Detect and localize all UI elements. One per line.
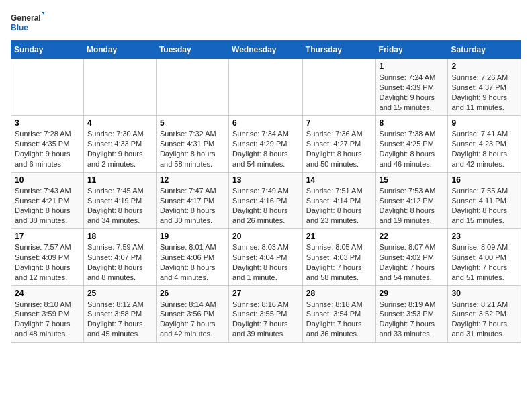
day-number: 30 — [451, 289, 517, 298]
day-number: 11 — [87, 175, 152, 185]
day-cell: 27Sunrise: 8:16 AM Sunset: 3:55 PM Dayli… — [229, 285, 303, 342]
day-number: 10 — [15, 175, 80, 185]
week-row-5: 24Sunrise: 8:10 AM Sunset: 3:59 PM Dayli… — [11, 285, 521, 342]
day-cell: 7Sunrise: 7:36 AM Sunset: 4:27 PM Daylig… — [302, 116, 375, 172]
day-number: 24 — [15, 289, 80, 298]
day-cell: 2Sunrise: 7:26 AM Sunset: 4:37 PM Daylig… — [448, 59, 521, 116]
day-cell: 12Sunrise: 7:47 AM Sunset: 4:17 PM Dayli… — [156, 172, 228, 228]
day-cell: 28Sunrise: 8:18 AM Sunset: 3:54 PM Dayli… — [302, 285, 375, 342]
header-day-saturday: Saturday — [448, 41, 521, 59]
day-info: Sunrise: 7:59 AM Sunset: 4:07 PM Dayligh… — [87, 242, 152, 282]
day-info: Sunrise: 8:21 AM Sunset: 3:52 PM Dayligh… — [451, 300, 517, 339]
day-number: 14 — [306, 175, 372, 185]
day-number: 18 — [87, 232, 152, 241]
day-number: 25 — [87, 289, 152, 298]
day-number: 4 — [87, 118, 152, 128]
day-number: 3 — [15, 118, 80, 128]
day-info: Sunrise: 7:34 AM Sunset: 4:29 PM Dayligh… — [232, 129, 299, 169]
day-number: 22 — [380, 232, 445, 241]
day-number: 6 — [232, 118, 299, 128]
week-row-4: 17Sunrise: 7:57 AM Sunset: 4:09 PM Dayli… — [11, 229, 521, 285]
day-info: Sunrise: 7:57 AM Sunset: 4:09 PM Dayligh… — [15, 242, 80, 282]
day-info: Sunrise: 8:09 AM Sunset: 4:00 PM Dayligh… — [451, 242, 517, 282]
day-info: Sunrise: 8:01 AM Sunset: 4:06 PM Dayligh… — [160, 242, 225, 282]
header-day-tuesday: Tuesday — [156, 41, 228, 59]
day-cell — [156, 59, 228, 116]
day-cell: 14Sunrise: 7:51 AM Sunset: 4:14 PM Dayli… — [302, 172, 375, 228]
day-info: Sunrise: 7:51 AM Sunset: 4:14 PM Dayligh… — [306, 186, 372, 226]
day-number: 21 — [306, 232, 372, 241]
day-cell: 23Sunrise: 8:09 AM Sunset: 4:00 PM Dayli… — [448, 229, 521, 285]
calendar-header-row: SundayMondayTuesdayWednesdayThursdayFrid… — [11, 41, 521, 59]
day-number: 5 — [160, 118, 225, 128]
day-cell: 15Sunrise: 7:53 AM Sunset: 4:12 PM Dayli… — [375, 172, 448, 228]
day-cell: 20Sunrise: 8:03 AM Sunset: 4:04 PM Dayli… — [229, 229, 303, 285]
svg-text:Blue: Blue — [11, 23, 28, 32]
day-cell: 30Sunrise: 8:21 AM Sunset: 3:52 PM Dayli… — [448, 285, 521, 342]
day-cell — [229, 59, 303, 116]
day-cell: 8Sunrise: 7:38 AM Sunset: 4:25 PM Daylig… — [375, 116, 448, 172]
day-cell: 17Sunrise: 7:57 AM Sunset: 4:09 PM Dayli… — [11, 229, 84, 285]
day-cell: 24Sunrise: 8:10 AM Sunset: 3:59 PM Dayli… — [11, 285, 84, 342]
svg-text:General: General — [11, 13, 41, 23]
day-info: Sunrise: 7:24 AM Sunset: 4:39 PM Dayligh… — [380, 73, 445, 112]
day-number: 12 — [160, 175, 225, 185]
day-info: Sunrise: 8:16 AM Sunset: 3:55 PM Dayligh… — [232, 300, 299, 339]
day-number: 13 — [232, 175, 299, 185]
day-cell: 10Sunrise: 7:43 AM Sunset: 4:21 PM Dayli… — [11, 172, 84, 228]
day-cell: 13Sunrise: 7:49 AM Sunset: 4:16 PM Dayli… — [229, 172, 303, 228]
day-info: Sunrise: 7:41 AM Sunset: 4:23 PM Dayligh… — [451, 129, 517, 169]
day-info: Sunrise: 8:05 AM Sunset: 4:03 PM Dayligh… — [306, 242, 372, 282]
day-number: 23 — [451, 232, 517, 241]
day-info: Sunrise: 8:03 AM Sunset: 4:04 PM Dayligh… — [232, 242, 299, 282]
day-number: 9 — [451, 118, 517, 128]
day-cell: 5Sunrise: 7:32 AM Sunset: 4:31 PM Daylig… — [156, 116, 228, 172]
week-row-2: 3Sunrise: 7:28 AM Sunset: 4:35 PM Daylig… — [11, 116, 521, 172]
day-number: 8 — [380, 118, 445, 128]
day-info: Sunrise: 7:47 AM Sunset: 4:17 PM Dayligh… — [160, 186, 225, 226]
calendar-table: SundayMondayTuesdayWednesdayThursdayFrid… — [11, 40, 521, 342]
header-day-wednesday: Wednesday — [229, 41, 303, 59]
day-info: Sunrise: 8:18 AM Sunset: 3:54 PM Dayligh… — [306, 300, 372, 339]
day-cell: 22Sunrise: 8:07 AM Sunset: 4:02 PM Dayli… — [375, 229, 448, 285]
day-cell: 6Sunrise: 7:34 AM Sunset: 4:29 PM Daylig… — [229, 116, 303, 172]
day-cell — [83, 59, 156, 116]
day-info: Sunrise: 7:28 AM Sunset: 4:35 PM Dayligh… — [15, 129, 80, 169]
day-cell: 16Sunrise: 7:55 AM Sunset: 4:11 PM Dayli… — [448, 172, 521, 228]
svg-marker-2 — [42, 12, 44, 19]
week-row-1: 1Sunrise: 7:24 AM Sunset: 4:39 PM Daylig… — [11, 59, 521, 116]
day-cell: 1Sunrise: 7:24 AM Sunset: 4:39 PM Daylig… — [375, 59, 448, 116]
day-number: 2 — [451, 62, 517, 71]
day-info: Sunrise: 7:53 AM Sunset: 4:12 PM Dayligh… — [380, 186, 445, 226]
day-info: Sunrise: 7:49 AM Sunset: 4:16 PM Dayligh… — [232, 186, 299, 226]
day-info: Sunrise: 7:36 AM Sunset: 4:27 PM Dayligh… — [306, 129, 372, 169]
day-info: Sunrise: 7:26 AM Sunset: 4:37 PM Dayligh… — [451, 73, 517, 112]
day-cell: 21Sunrise: 8:05 AM Sunset: 4:03 PM Dayli… — [302, 229, 375, 285]
day-number: 29 — [380, 289, 445, 298]
day-cell: 29Sunrise: 8:19 AM Sunset: 3:53 PM Dayli… — [375, 285, 448, 342]
day-info: Sunrise: 7:55 AM Sunset: 4:11 PM Dayligh… — [451, 186, 517, 226]
day-cell: 11Sunrise: 7:45 AM Sunset: 4:19 PM Dayli… — [83, 172, 156, 228]
day-number: 1 — [380, 62, 445, 71]
logo-svg: General Blue — [11, 11, 44, 35]
day-cell: 19Sunrise: 8:01 AM Sunset: 4:06 PM Dayli… — [156, 229, 228, 285]
day-cell: 9Sunrise: 7:41 AM Sunset: 4:23 PM Daylig… — [448, 116, 521, 172]
day-info: Sunrise: 7:43 AM Sunset: 4:21 PM Dayligh… — [15, 186, 80, 226]
day-cell: 4Sunrise: 7:30 AM Sunset: 4:33 PM Daylig… — [83, 116, 156, 172]
day-number: 16 — [451, 175, 517, 185]
day-info: Sunrise: 8:12 AM Sunset: 3:58 PM Dayligh… — [87, 300, 152, 339]
day-cell: 25Sunrise: 8:12 AM Sunset: 3:58 PM Dayli… — [83, 285, 156, 342]
day-number: 17 — [15, 232, 80, 241]
day-info: Sunrise: 7:30 AM Sunset: 4:33 PM Dayligh… — [87, 129, 152, 169]
day-info: Sunrise: 7:32 AM Sunset: 4:31 PM Dayligh… — [160, 129, 225, 169]
day-info: Sunrise: 8:07 AM Sunset: 4:02 PM Dayligh… — [380, 242, 445, 282]
day-cell — [11, 59, 84, 116]
header: General Blue — [11, 11, 521, 35]
day-cell: 26Sunrise: 8:14 AM Sunset: 3:56 PM Dayli… — [156, 285, 228, 342]
day-info: Sunrise: 7:45 AM Sunset: 4:19 PM Dayligh… — [87, 186, 152, 226]
header-day-friday: Friday — [375, 41, 448, 59]
day-info: Sunrise: 8:10 AM Sunset: 3:59 PM Dayligh… — [15, 300, 80, 339]
week-row-3: 10Sunrise: 7:43 AM Sunset: 4:21 PM Dayli… — [11, 172, 521, 228]
day-info: Sunrise: 8:19 AM Sunset: 3:53 PM Dayligh… — [380, 300, 445, 339]
header-day-monday: Monday — [83, 41, 156, 59]
